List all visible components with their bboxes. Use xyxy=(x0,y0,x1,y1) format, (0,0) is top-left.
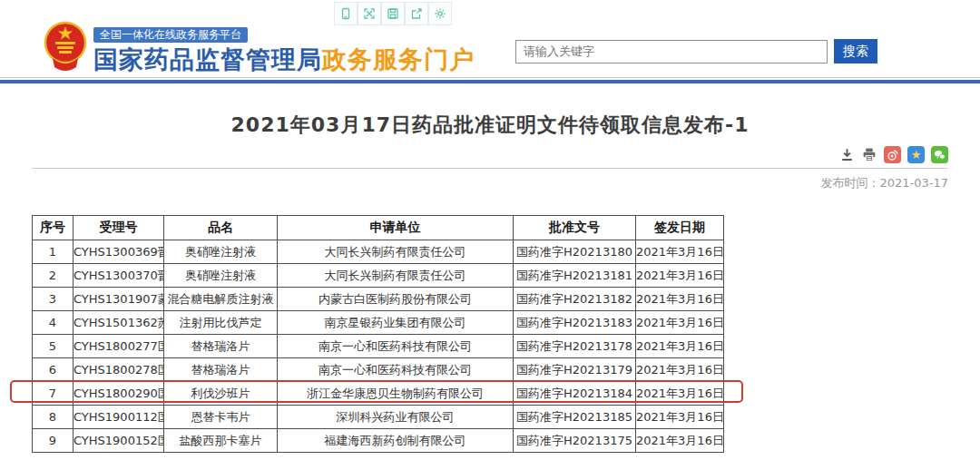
save-button[interactable] xyxy=(381,2,405,25)
table-cell: 2021年3月16日 xyxy=(636,382,724,406)
table-cell: 2021年3月16日 xyxy=(636,264,724,288)
table-cell: 南京星银药业集团有限公司 xyxy=(278,311,514,335)
drug-approval-table: 序号受理号品名申请单位批准文号签发日期 1CYHS1300369晋奥硝唑注射液大… xyxy=(32,215,724,453)
table-cell: 国药准字H20213180 xyxy=(514,240,636,264)
table-cell: 2021年3月16日 xyxy=(636,335,724,358)
search-input[interactable] xyxy=(515,40,828,64)
table-cell: 大同长兴制药有限责任公司 xyxy=(278,240,514,264)
table-cell: 国药准字H20213183 xyxy=(514,311,636,335)
table-cell: 国药准字H20213175 xyxy=(514,429,636,453)
table-row: 3CYHS1301907蒙混合糖电解质注射液内蒙古白医制药股份有限公司国药准字H… xyxy=(33,288,724,311)
table-cell: CYHS1800277国 xyxy=(74,335,164,358)
column-header-4: 批准文号 xyxy=(514,216,636,240)
reader-toolbar xyxy=(334,2,452,25)
brand-block: 全国一体化在线政务服务平台 国家药品监督管理局政务服务门户 xyxy=(93,24,475,76)
print-icon xyxy=(861,147,877,162)
site-title: 国家药品监督管理局政务服务门户 xyxy=(93,44,475,76)
article-actions: ★ xyxy=(833,146,948,163)
table-row: 6CYHS1800278国替格瑞洛片南京一心和医药科技有限公司国药准字H2021… xyxy=(33,358,724,382)
portal-name: 政务服务门户 xyxy=(322,45,475,73)
settings-button[interactable] xyxy=(428,2,452,25)
table-cell: CYHS1300370晋 xyxy=(74,264,164,288)
table-cell: 注射用比伐芦定 xyxy=(164,311,278,335)
table-cell: 南京一心和医药科技有限公司 xyxy=(278,335,514,358)
table-cell: CYHS1301907蒙 xyxy=(74,288,164,311)
table-header-row: 序号受理号品名申请单位批准文号签发日期 xyxy=(33,216,724,240)
table-cell: 国药准字H20213182 xyxy=(514,288,636,311)
table-body: 1CYHS1300369晋奥硝唑注射液大同长兴制药有限责任公司国药准字H2021… xyxy=(33,240,724,453)
table-cell: 恩替卡韦片 xyxy=(164,406,278,429)
table-cell: 国药准字H20213185 xyxy=(514,406,636,429)
table-cell: 2021年3月16日 xyxy=(636,288,724,311)
table-cell: 2 xyxy=(33,264,74,288)
table-cell: 2021年3月16日 xyxy=(636,358,724,382)
site-header: 全国一体化在线政务服务平台 国家药品监督管理局政务服务门户 搜索 xyxy=(0,0,980,78)
column-header-3: 申请单位 xyxy=(278,216,514,240)
table-head: 序号受理号品名申请单位批准文号签发日期 xyxy=(33,216,724,240)
table-cell: 国药准字H20213178 xyxy=(514,335,636,358)
org-name: 国家药品监督管理局 xyxy=(93,45,322,73)
table-cell: 大同长兴制药有限责任公司 xyxy=(278,264,514,288)
table-cell: 2021年3月16日 xyxy=(636,406,724,429)
table-cell: 浙江金华康恩贝生物制药有限公司 xyxy=(278,382,514,406)
publish-time: 发布时间：2021-03-17 xyxy=(820,175,948,191)
table-cell: 6 xyxy=(33,358,74,382)
table-cell: CYHS1800278国 xyxy=(74,358,164,382)
qzone-star-icon: ★ xyxy=(911,146,922,163)
header-divider-dark xyxy=(0,80,980,83)
table-cell: 深圳科兴药业有限公司 xyxy=(278,406,514,429)
search-button[interactable]: 搜索 xyxy=(834,39,877,64)
table-cell: 国药准字H20213179 xyxy=(514,358,636,382)
download-icon xyxy=(839,147,855,162)
table-row: 8CYHS1900112国恩替卡韦片深圳科兴药业有限公司国药准字H2021318… xyxy=(33,406,724,429)
share-wechat-button[interactable] xyxy=(931,146,948,163)
download-button[interactable] xyxy=(839,147,855,162)
table-cell: 国药准字H20213184 xyxy=(514,382,636,406)
table-cell: 5 xyxy=(33,335,74,358)
content-divider xyxy=(32,168,948,169)
table-cell: 9 xyxy=(33,429,74,453)
table-cell: 替格瑞洛片 xyxy=(164,358,278,382)
column-header-2: 品名 xyxy=(164,216,278,240)
table-cell: CYHS1501362苏 xyxy=(74,311,164,335)
table-row: 7CYHS1800290国利伐沙班片浙江金华康恩贝生物制药有限公司国药准字H20… xyxy=(33,382,724,406)
header-divider-light xyxy=(0,77,980,78)
table-cell: 2021年3月16日 xyxy=(636,429,724,453)
mobile-view-button[interactable] xyxy=(334,2,358,25)
fullscreen-button[interactable] xyxy=(358,2,381,25)
table-row: 5CYHS1800277国替格瑞洛片南京一心和医药科技有限公司国药准字H2021… xyxy=(33,335,724,358)
platform-badge: 全国一体化在线政务服务平台 xyxy=(93,27,248,43)
mobile-view-icon xyxy=(339,7,352,20)
table-cell: 3 xyxy=(33,288,74,311)
table-row: 9CYHS1900152国盐酸西那卡塞片福建海西新药创制有限公司国药准字H202… xyxy=(33,429,724,453)
table-cell: 奥硝唑注射液 xyxy=(164,264,278,288)
site-logo-link[interactable] xyxy=(44,18,87,74)
settings-icon xyxy=(434,7,446,20)
table-cell: CYHS1900152国 xyxy=(74,429,164,453)
table-cell: 盐酸西那卡塞片 xyxy=(164,429,278,453)
table-row: 1CYHS1300369晋奥硝唑注射液大同长兴制药有限责任公司国药准字H2021… xyxy=(33,240,724,264)
table-cell: 福建海西新药创制有限公司 xyxy=(278,429,514,453)
table-cell: 2021年3月16日 xyxy=(636,240,724,264)
table-cell: 内蒙古白医制药股份有限公司 xyxy=(278,288,514,311)
table-cell: CYHS1300369晋 xyxy=(74,240,164,264)
share-icon xyxy=(410,7,423,20)
table-cell: 7 xyxy=(33,382,74,406)
weibo-icon xyxy=(886,148,899,161)
table-cell: 8 xyxy=(33,406,74,429)
national-emblem-icon xyxy=(44,18,87,74)
print-button[interactable] xyxy=(861,147,877,162)
share-weibo-button[interactable] xyxy=(884,146,901,163)
table-cell: 奥硝唑注射液 xyxy=(164,240,278,264)
table-cell: 利伐沙班片 xyxy=(164,382,278,406)
table-row: 2CYHS1300370晋奥硝唑注射液大同长兴制药有限责任公司国药准字H2021… xyxy=(33,264,724,288)
column-header-0: 序号 xyxy=(33,216,74,240)
share-qzone-button[interactable]: ★ xyxy=(907,146,925,163)
share-button[interactable] xyxy=(405,2,428,25)
table-row: 4CYHS1501362苏注射用比伐芦定南京星银药业集团有限公司国药准字H202… xyxy=(33,311,724,335)
fullscreen-icon xyxy=(363,7,376,20)
column-header-5: 签发日期 xyxy=(636,216,724,240)
table-cell: 4 xyxy=(33,311,74,335)
article-content: 2021年03月17日药品批准证明文件待领取信息发布-1 ★ xyxy=(32,95,948,460)
wechat-icon xyxy=(933,148,946,161)
